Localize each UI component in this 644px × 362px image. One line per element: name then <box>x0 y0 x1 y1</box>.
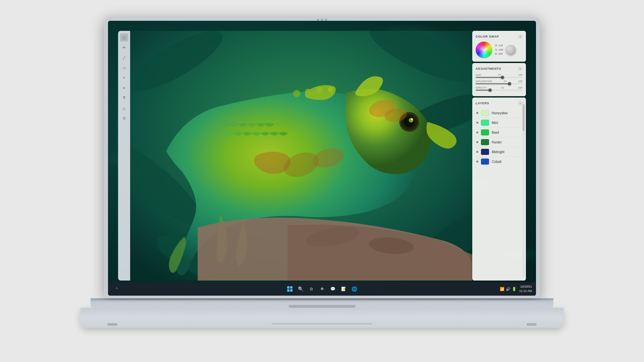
layers-panel: LAYERS × Honeydew <box>472 98 526 281</box>
color-thumb[interactable] <box>506 45 516 55</box>
right-panels: COLOR SWAP × R: 134 G: 199 B: 300 <box>472 31 526 281</box>
svg-point-17 <box>293 90 300 97</box>
layer-bullet-mint <box>476 122 478 124</box>
adjustments-close[interactable]: × <box>518 66 523 71</box>
swatch-mint <box>481 120 489 126</box>
saturation-row: SATURATION 72 100 <box>476 80 523 84</box>
layers-list: Honeydew Mint <box>476 108 523 166</box>
laptop-bottom <box>80 308 564 328</box>
layers-scrollbar[interactable] <box>523 101 525 277</box>
hue-row: HUE 57 100 <box>476 74 523 78</box>
laptop-screen: ◻ ✏ ╱ ▭ ⌖ ≡ T △ ⊡ <box>108 21 536 296</box>
layers-close[interactable]: × <box>518 101 523 106</box>
svg-point-12 <box>411 118 413 120</box>
laptop: ◻ ✏ ╱ ▭ ⌖ ≡ T △ ⊡ <box>80 17 564 345</box>
notes-button[interactable]: 📝 <box>339 284 348 294</box>
chameleon-image <box>130 31 472 281</box>
saturation-slider[interactable] <box>476 83 523 84</box>
svg-point-20 <box>328 87 333 92</box>
desktop-background: ◻ ✏ ╱ ▭ ⌖ ≡ T △ ⊡ <box>108 21 536 296</box>
layer-name-midnight: Midnight <box>492 150 504 154</box>
laptop-base <box>91 300 553 308</box>
hue-slider[interactable] <box>476 77 523 78</box>
color-swap-title: COLOR SWAP <box>476 35 499 38</box>
task-view-button[interactable]: ⧉ <box>307 284 316 294</box>
teams-chat-button[interactable]: 💬 <box>328 284 337 294</box>
layer-name-mint: Mint <box>492 121 498 125</box>
chameleon-svg <box>130 31 472 281</box>
color-wheel[interactable] <box>476 42 492 58</box>
layer-bullet-midnight <box>476 151 478 153</box>
layer-basil[interactable]: Basil <box>476 128 523 137</box>
edge-button[interactable]: 🌐 <box>350 284 359 294</box>
g-value: G: 199 <box>495 48 503 52</box>
taskbar-clock[interactable]: 10/20/21 11:11 AM <box>519 285 532 293</box>
taskbar-time-display: 11:11 AM <box>519 289 532 293</box>
layer-bullet-cobalt <box>476 161 478 163</box>
color-values: R: 134 G: 199 B: 300 <box>495 44 503 56</box>
adjust-tool[interactable]: ≡ <box>120 84 128 92</box>
layers-header: LAYERS × <box>476 101 523 106</box>
app-container: ◻ ✏ ╱ ▭ ⌖ ≡ T △ ⊡ <box>118 31 526 281</box>
saturation-thumb[interactable] <box>508 82 511 85</box>
crop-tool[interactable]: ⊡ <box>120 114 128 122</box>
layer-honeydew[interactable]: Honeydew <box>476 108 523 118</box>
hue-fill <box>476 77 502 78</box>
layer-cobalt[interactable]: Cobalt <box>476 157 523 166</box>
color-swap-content: R: 134 G: 199 B: 300 <box>476 42 523 58</box>
layer-name-honeydew: Honeydew <box>492 111 507 115</box>
svg-point-10 <box>404 117 415 127</box>
saturation-fill <box>476 83 509 84</box>
windows-icon <box>287 286 292 292</box>
brush-tool[interactable]: ╱ <box>120 54 128 62</box>
wifi-icon[interactable]: 📶 <box>500 287 504 291</box>
swatch-midnight <box>481 149 489 155</box>
battery-icon[interactable]: 🔋 <box>512 287 517 291</box>
layer-bullet-honeydew <box>476 112 478 114</box>
layer-name-basil: Basil <box>492 131 499 134</box>
shape-tool[interactable]: △ <box>120 104 128 112</box>
speaker-icon[interactable]: 🔊 <box>506 287 511 291</box>
svg-point-18 <box>305 89 311 95</box>
adjustments-header: ADJUSTMENTS × <box>476 66 523 71</box>
hue-label: HUE 57 100 <box>476 74 523 76</box>
opacity-fill <box>476 89 490 91</box>
color-swap-close[interactable]: × <box>518 34 523 39</box>
opacity-thumb[interactable] <box>488 88 492 92</box>
svg-point-19 <box>316 87 322 93</box>
taskbar-right: 📶 🔊 🔋 10/20/21 11:11 AM <box>500 285 532 293</box>
select-tool[interactable]: ◻ <box>120 34 128 42</box>
color-swap-header: COLOR SWAP × <box>476 34 523 39</box>
layer-hunter[interactable]: Hunter <box>476 137 523 147</box>
adjustments-title: ADJUSTMENTS <box>476 67 501 70</box>
swatch-honeydew <box>481 110 489 116</box>
taskbar: ^ 🔍 <box>108 282 536 296</box>
hue-thumb[interactable] <box>501 76 504 79</box>
fill-tool[interactable]: ⌖ <box>120 74 128 82</box>
pen-tool[interactable]: ✏ <box>120 44 128 52</box>
svg-point-11 <box>409 118 413 122</box>
laptop-screen-frame: ◻ ✏ ╱ ▭ ⌖ ≡ T △ ⊡ <box>104 17 540 298</box>
layer-bullet-hunter <box>476 141 478 143</box>
start-button[interactable] <box>285 284 294 294</box>
eraser-tool[interactable]: ▭ <box>120 64 128 72</box>
taskbar-date: 10/20/21 <box>519 285 532 289</box>
opacity-row: OPACITY 31 100 <box>476 86 523 91</box>
swatch-cobalt <box>481 159 489 165</box>
laptop-foot-right <box>527 323 537 326</box>
layer-mint[interactable]: Mint <box>476 118 523 128</box>
layers-scrollbar-thumb[interactable] <box>523 104 525 131</box>
image-canvas[interactable] <box>130 31 472 281</box>
widgets-button[interactable]: ❖ <box>317 284 327 294</box>
r-value: R: 134 <box>495 44 503 48</box>
color-swap-panel: COLOR SWAP × R: 134 G: 199 B: 300 <box>472 31 526 62</box>
saturation-label: SATURATION 72 100 <box>476 80 523 82</box>
text-tool[interactable]: T <box>120 94 128 102</box>
opacity-slider[interactable] <box>476 89 523 91</box>
search-taskbar-button[interactable]: 🔍 <box>296 284 305 294</box>
layer-name-cobalt: Cobalt <box>492 160 501 164</box>
layer-name-hunter: Hunter <box>492 140 502 144</box>
b-value: B: 300 <box>495 52 503 56</box>
layer-midnight[interactable]: Midnight <box>476 147 523 157</box>
system-tray-chevron[interactable]: ^ <box>112 284 121 294</box>
